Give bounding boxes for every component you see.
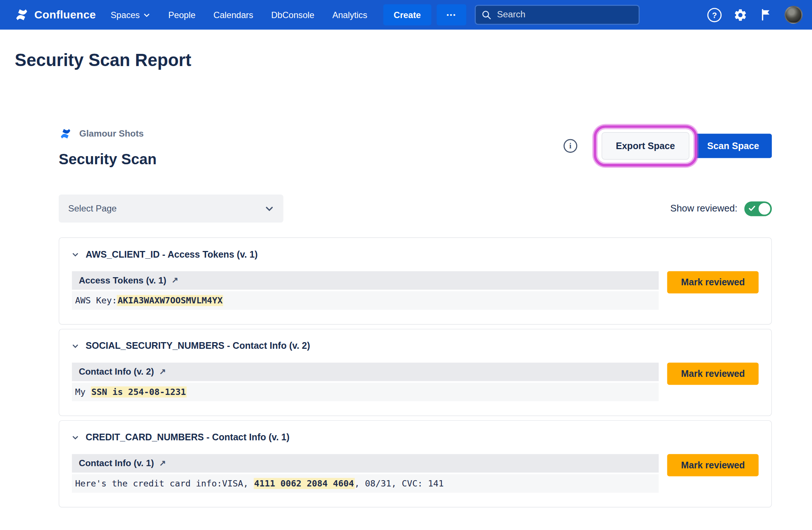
finding-snippet: Here's the credit card info:VISA, 4111 0… [72, 474, 659, 493]
finding-title: AWS_CLIENT_ID - Access Tokens (v. 1) [86, 249, 258, 260]
search-box[interactable] [475, 5, 640, 25]
info-icon[interactable]: i [564, 139, 577, 153]
finding-card: SOCIAL_SECURITY_NUMBERS - Contact Info (… [59, 329, 772, 416]
nav-item-calendars-label: Calendars [213, 10, 253, 20]
show-reviewed-group: Show reviewed: [670, 201, 772, 216]
nav-item-people-label: People [168, 10, 196, 20]
export-space-group: Export Space [602, 132, 689, 159]
create-button[interactable]: Create [383, 4, 431, 25]
snippet-highlight: SSN is 254-08-1231 [91, 386, 186, 398]
space-header-row: Glamour Shots Security Scan i Export Spa… [59, 127, 772, 168]
avatar[interactable] [785, 6, 803, 24]
snippet-prefix: Here's the credit card info:VISA, [75, 478, 254, 488]
confluence-home-link[interactable]: Confluence [14, 7, 96, 23]
finding-page-link[interactable]: Contact Info (v. 2) [79, 366, 154, 377]
external-link-icon: ↗ [172, 275, 178, 285]
info-glyph: i [569, 141, 571, 150]
search-icon [481, 10, 492, 20]
collapse-chevron-icon[interactable] [72, 434, 79, 441]
chevron-down-icon [144, 11, 151, 18]
help-glyph: ? [712, 10, 717, 19]
search-input[interactable] [496, 9, 633, 21]
nav-item-people[interactable]: People [168, 10, 196, 20]
snippet-prefix: AWS Key: [75, 296, 117, 306]
finding-header: CREDIT_CARD_NUMBERS - Contact Info (v. 1… [72, 432, 759, 443]
finding-title: SOCIAL_SECURITY_NUMBERS - Contact Info (… [86, 340, 310, 351]
select-page-value: Select Page [68, 203, 117, 214]
space-actions: i Export Space Scan Space [564, 124, 772, 168]
flag-icon[interactable] [759, 8, 773, 21]
finding-header: AWS_CLIENT_ID - Access Tokens (v. 1) [72, 249, 759, 260]
check-icon [749, 205, 756, 212]
top-navbar: Confluence Spaces People Calendars DbCon… [0, 0, 812, 30]
external-link-icon: ↗ [159, 458, 166, 468]
finding-rows: Contact Info (v. 2) ↗ My SSN is 254-08-1… [72, 363, 659, 402]
finding-page-link[interactable]: Access Tokens (v. 1) [79, 275, 166, 286]
toggle-knob [758, 203, 770, 214]
space-logo-icon [59, 127, 72, 141]
confluence-logo-icon [14, 7, 30, 23]
space-name-link[interactable]: Glamour Shots [79, 128, 144, 139]
finding-snippet: My SSN is 254-08-1231 [72, 383, 659, 401]
scan-space-button[interactable]: Scan Space [695, 134, 772, 158]
nav-item-dbconsole-label: DbConsole [271, 10, 314, 20]
primary-nav: Spaces People Calendars DbConsole Analyt… [111, 10, 367, 20]
confluence-app: Confluence Spaces People Calendars DbCon… [0, 0, 812, 530]
finding-card: AWS_CLIENT_ID - Access Tokens (v. 1) Acc… [59, 237, 772, 324]
navbar-right-icons: ? [707, 6, 802, 24]
collapse-chevron-icon[interactable] [72, 343, 79, 350]
mark-reviewed-button[interactable]: Mark reviewed [667, 454, 758, 476]
mark-reviewed-button[interactable]: Mark reviewed [667, 271, 758, 293]
snippet-prefix: My [75, 387, 91, 397]
main-content: Glamour Shots Security Scan i Export Spa… [59, 127, 772, 507]
finding-page-bar: Contact Info (v. 2) ↗ [72, 363, 659, 381]
settings-gear-icon[interactable] [733, 8, 748, 22]
section-title: Security Scan [59, 151, 156, 168]
show-reviewed-toggle[interactable] [744, 201, 772, 216]
show-reviewed-label: Show reviewed: [670, 203, 737, 214]
mark-reviewed-button[interactable]: Mark reviewed [667, 363, 758, 385]
finding-rows: Contact Info (v. 1) ↗ Here's the credit … [72, 454, 659, 493]
finding-card: CREDIT_CARD_NUMBERS - Contact Info (v. 1… [59, 420, 772, 507]
nav-item-calendars[interactable]: Calendars [213, 10, 253, 20]
nav-item-spaces[interactable]: Spaces [111, 10, 150, 20]
nav-item-analytics[interactable]: Analytics [332, 10, 367, 20]
finding-header: SOCIAL_SECURITY_NUMBERS - Contact Info (… [72, 340, 759, 351]
findings-list: AWS_CLIENT_ID - Access Tokens (v. 1) Acc… [59, 237, 772, 507]
nav-item-dbconsole[interactable]: DbConsole [271, 10, 314, 20]
space-header-left: Glamour Shots Security Scan [59, 127, 156, 168]
collapse-chevron-icon[interactable] [72, 251, 79, 258]
more-actions-button[interactable]: ••• [437, 4, 466, 25]
snippet-highlight: AKIA3WAXW7OOSMVLM4YX [117, 295, 223, 306]
external-link-icon: ↗ [159, 366, 166, 376]
finding-snippet: AWS Key:AKIA3WAXW7OOSMVLM4YX [72, 291, 659, 310]
finding-page-bar: Access Tokens (v. 1) ↗ [72, 271, 659, 290]
nav-item-analytics-label: Analytics [332, 10, 367, 20]
brand-name: Confluence [34, 8, 96, 21]
controls-row: Select Page Show reviewed: [59, 195, 772, 223]
chevron-down-icon [265, 204, 274, 213]
export-space-button[interactable]: Export Space [602, 132, 689, 159]
finding-rows: Access Tokens (v. 1) ↗ AWS Key:AKIA3WAXW… [72, 271, 659, 310]
finding-page-link[interactable]: Contact Info (v. 1) [79, 458, 154, 469]
page-title: Security Scan Report [15, 49, 812, 72]
snippet-highlight: 4111 0062 2084 4604 [254, 478, 354, 489]
select-page-dropdown[interactable]: Select Page [59, 195, 283, 223]
help-icon[interactable]: ? [707, 8, 722, 22]
finding-page-bar: Contact Info (v. 1) ↗ [72, 454, 659, 472]
snippet-suffix: , 08/31, CVC: 141 [354, 478, 444, 488]
nav-item-spaces-label: Spaces [111, 10, 140, 20]
finding-title: CREDIT_CARD_NUMBERS - Contact Info (v. 1… [86, 432, 289, 443]
